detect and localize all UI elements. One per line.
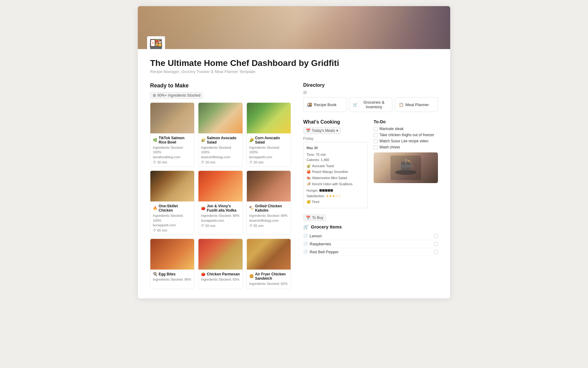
table-icon: ⊞ (303, 90, 438, 95)
today-meals-btn[interactable]: 📅 Today's Meals ▾ (303, 127, 341, 134)
recipe-card[interactable]: 🔥 One-Skillet Chicken Ingredients Stocke… (150, 171, 194, 235)
cooking-right: To-Do Marinate steakTake chicken thighs … (374, 119, 438, 208)
recipe-source: downshiftology.com (249, 218, 288, 223)
cooking-photo-svg (390, 155, 421, 180)
recipe-emoji: 🌽 (249, 138, 254, 142)
recipe-image (247, 171, 291, 201)
recipe-info: 🍢 Grilled Chicken Kabobs Ingredients Sto… (247, 201, 291, 230)
recipe-source: bonappetit.com (201, 218, 240, 223)
recipe-emoji: 🍳 (153, 272, 157, 276)
page-container: 🍱 The Ultimate Home Chef Dashboard by Gr… (138, 6, 450, 298)
recipe-info: 🍔 Air Fryer Chicken Sandwich Ingredients… (247, 270, 291, 289)
recipe-card[interactable]: 🍳 Egg Bites Ingredients Stocked: 86% (150, 239, 194, 289)
recipe-name: 🥑 Salmon Avocado Salad (201, 136, 240, 144)
grocery-checkbox[interactable] (434, 234, 438, 238)
todo-text: Wash chives (379, 145, 400, 149)
dir-btn-emoji: 🛒 (353, 102, 358, 107)
svg-point-5 (408, 160, 410, 162)
hunger-row: Hunger: (307, 188, 364, 194)
todo-item: Watch Susur Lee recipe video (374, 139, 438, 143)
todo-text: Watch Susur Lee recipe video (379, 139, 428, 143)
page-subtitle: Recipe Manager, Grocery Tracker & Meal P… (150, 69, 438, 74)
svg-point-7 (407, 159, 408, 161)
recipe-stocked: Ingredients Stocked: 100% (249, 145, 288, 155)
recipe-source: iamafoodblog.com (153, 155, 192, 159)
page-emoji: 🍱 (147, 36, 165, 49)
to-buy-label: To Buy (312, 216, 323, 220)
recipe-card[interactable]: 🌽 Corn Avocado Salad Ingredients Stocked… (247, 102, 291, 167)
recipe-card[interactable]: 🍢 Grilled Chicken Kabobs Ingredients Sto… (247, 171, 291, 235)
recipe-info: 🔥 One-Skillet Chicken Ingredients Stocke… (150, 201, 194, 235)
recipe-stocked: Ingredients Stocked: 89% (249, 213, 288, 218)
recipe-name: 🍢 Grilled Chicken Kabobs (249, 204, 288, 213)
calendar-icon-2: 📅 (306, 216, 311, 220)
todo-checkbox[interactable] (374, 127, 378, 131)
recipe-card[interactable]: 🍔 Air Fryer Chicken Sandwich Ingredients… (247, 239, 291, 289)
directory-buttons: 🍱 Recipe Book🛒 Groceries & Inventory📋 Me… (303, 97, 438, 112)
hunger-square (319, 189, 322, 192)
recipe-name: 🍳 Egg Bites (153, 272, 192, 276)
hunger-square (322, 189, 325, 192)
recipe-name: 🌿 TikTok Salmon Rice Bowl (153, 136, 192, 144)
grocery-item-name: Lemon (310, 234, 322, 238)
recipe-time: ⏱50 min (201, 224, 240, 228)
grocery-item-left: 📄 Red Bell Pepper (303, 250, 339, 254)
todo-item: Wash chives (374, 145, 438, 149)
recipe-image (198, 239, 242, 270)
recipe-stocked: Ingredients Stocked: 100% (153, 145, 192, 155)
recipe-card[interactable]: 🥑 Salmon Avocado Salad Ingredients Stock… (198, 102, 243, 167)
recipe-stocked: Ingredients Stocked: 100% (153, 213, 192, 223)
recipe-emoji: 🍢 (249, 206, 254, 210)
today-meals-label: Today's Meals (312, 128, 335, 133)
meal-name: Watermelon Mint Salad (312, 175, 347, 181)
recipe-emoji: 🌿 (153, 138, 157, 142)
meal-emoji: 🍉 (307, 175, 311, 181)
recipe-info: 🍅 Chicken Parmesan Ingredients Stocked: … (198, 270, 242, 284)
recipe-source: downshiftology.com (201, 155, 240, 159)
recipe-image (150, 103, 194, 133)
recipe-stocked: Ingredients Stocked: 100% (201, 145, 240, 155)
dir-btn-emoji: 🍱 (307, 102, 312, 107)
grocery-checkbox[interactable] (434, 250, 438, 254)
recipe-card[interactable]: 🌿 TikTok Salmon Rice Bowl Ingredients St… (150, 102, 194, 167)
todo-checkbox[interactable] (374, 139, 378, 143)
recipe-card[interactable]: 🍅 Jon & Vinny's Fusilli alla Vodka Ingre… (198, 171, 243, 235)
todo-checkbox[interactable] (374, 145, 378, 149)
grocery-emoji: 🛒 (303, 224, 309, 230)
page-title: The Ultimate Home Chef Dashboard by Grid… (150, 58, 438, 68)
recipe-card[interactable]: 🍅 Chicken Parmesan Ingredients Stocked: … (198, 239, 243, 289)
hunger-square (330, 189, 333, 192)
dir-btn-recipe-book[interactable]: 🍱 Recipe Book (303, 97, 346, 112)
todo-text: Take chicken thighs out of freezer (379, 133, 434, 137)
recipe-time: ⏱20 min (201, 160, 240, 164)
meal-emoji: 🍑 (307, 169, 311, 175)
whats-cooking-title: What's Cooking (303, 119, 368, 125)
recipe-image (198, 171, 242, 201)
meal-item: 🍑Peach Mango Smoothie (307, 169, 364, 175)
recipe-time: ⏱55 min (249, 224, 288, 228)
dir-btn-groceries-&-inventory[interactable]: 🛒 Groceries & Inventory (349, 97, 392, 112)
todo-item: Take chicken thighs out of freezer (374, 133, 438, 137)
meal-card: May 20 Time: 75 min Calories: 1,460 🥑Avo… (303, 142, 368, 208)
recipe-name: 🍔 Air Fryer Chicken Sandwich (249, 272, 288, 281)
grocery-item-name: Raspberries (310, 242, 331, 246)
meal-item: 🍜Kimchi Udon with Scallions (307, 182, 364, 187)
recipe-emoji: 🍅 (201, 206, 205, 210)
recipe-info: 🌽 Corn Avocado Salad Ingredients Stocked… (247, 133, 291, 167)
cooking-left: What's Cooking 📅 Today's Meals ▾ Friday … (303, 119, 368, 208)
grocery-checkbox[interactable] (434, 242, 438, 246)
recipe-name: 🌽 Corn Avocado Salad (249, 136, 288, 144)
meal-date: May 20 (307, 145, 364, 151)
recipe-info: 🍅 Jon & Vinny's Fusilli alla Vodka Ingre… (198, 201, 242, 230)
dir-btn-meal-planner[interactable]: 📋 Meal Planner (395, 97, 438, 112)
to-buy-badge[interactable]: 📅 To Buy (303, 214, 326, 221)
recipe-time: ⏱30 min (153, 160, 192, 164)
recipe-emoji: 🔥 (153, 206, 157, 210)
hunger-square (328, 189, 330, 192)
hunger-label: Hunger: (307, 189, 319, 192)
hero-banner: 🍱 (138, 6, 450, 49)
left-column: Ready to Make ⊞ 80%+ Ingredients Stocked… (150, 82, 291, 289)
directory-title: Directory (303, 82, 438, 88)
todo-checkbox[interactable] (374, 133, 378, 137)
recipe-name: 🍅 Chicken Parmesan (201, 272, 240, 276)
